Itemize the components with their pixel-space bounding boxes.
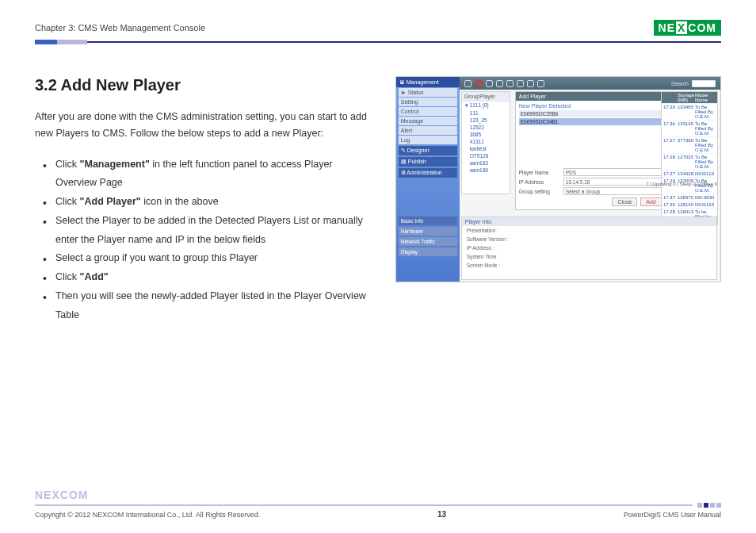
- sidebar-item-message[interactable]: Message: [399, 117, 457, 125]
- tree-node[interactable]: 12522: [462, 124, 510, 131]
- step-5: Click "Add": [46, 268, 376, 287]
- page-number: 13: [437, 510, 446, 519]
- search-label: Search: [671, 81, 689, 86]
- toolbar-icon-6[interactable]: [517, 80, 524, 87]
- table-row[interactable]: 17:27134928NDiS110: [662, 170, 717, 177]
- tree-node[interactable]: sam188: [462, 167, 510, 174]
- info-row: IP Address :: [462, 243, 716, 252]
- sidebar-item-setting[interactable]: Setting: [399, 98, 457, 106]
- header-rule: [35, 40, 721, 44]
- player-overview-table: Storage (MB)Model Name 17:29133485To Be …: [661, 91, 718, 225]
- group-select[interactable]: Select a Group: [563, 187, 662, 195]
- info-row: Screen Mode :: [462, 261, 716, 270]
- info-row: Presentation :: [462, 226, 716, 235]
- copyright: Copyright © 2012 NEXCOM International Co…: [35, 511, 260, 519]
- tree-header: GroupPlayer: [462, 92, 510, 102]
- section-intro: After you are done with the CMS administ…: [35, 109, 376, 143]
- sidebar-header-management[interactable]: 🖥 Management: [396, 77, 460, 87]
- tree-node[interactable]: karltest: [462, 145, 510, 152]
- step-1: Click "Management" in the left function …: [46, 155, 376, 194]
- toolbar-icon-4[interactable]: [496, 80, 503, 87]
- sidebar-item-log[interactable]: Log: [399, 136, 457, 144]
- logo-right: COM: [688, 21, 716, 34]
- sidebar-item-status[interactable]: ► Status: [399, 88, 457, 97]
- detected-label: New Player Detected: [516, 101, 665, 109]
- toolbar-icon-1[interactable]: [464, 80, 472, 87]
- tab-network[interactable]: Network Traffic: [399, 237, 457, 246]
- step-list: Click "Management" in the left function …: [35, 155, 376, 325]
- player-info-title: Player Info: [462, 217, 716, 226]
- add-player-dialog: Add Player New Player Detected E0699SDC3…: [515, 91, 666, 210]
- add-player-icon[interactable]: [475, 79, 483, 87]
- table-row[interactable]: 17:29133485To Be Filled By O.E.M.: [662, 103, 717, 120]
- info-row: Software Version :: [462, 235, 716, 243]
- toolbar-icon-7[interactable]: [527, 80, 534, 87]
- table-row[interactable]: 17:37128375MS-9830: [662, 194, 717, 201]
- tree-node[interactable]: 3085: [462, 131, 510, 138]
- footer-logo: NEXCOM: [35, 489, 721, 501]
- ip-label: IP Address: [519, 179, 560, 185]
- logo-x: X: [676, 21, 687, 34]
- add-button[interactable]: Add: [640, 197, 661, 206]
- step-3: Select the Player to be added in the Det…: [46, 212, 376, 250]
- chapter-label: Chapter 3: CMS Web Management Console: [35, 23, 205, 33]
- tab-display[interactable]: Display: [399, 247, 457, 256]
- dialog-title: Add Player: [516, 92, 665, 101]
- tree-node[interactable]: 123_25: [462, 117, 510, 124]
- section-title: 3.2 Add New Player: [35, 76, 376, 94]
- detected-row-selected[interactable]: E0699SDC34B1: [519, 118, 662, 125]
- table-row[interactable]: 17:36133145To Be Filled By O.E.M.: [662, 120, 717, 136]
- toolbar-icon-3[interactable]: [486, 80, 493, 87]
- info-row: System Time :: [462, 252, 716, 261]
- app-screenshot: 🖥 Management ► Status Setting Control Me…: [395, 76, 721, 282]
- sidebar-item-control[interactable]: Control: [399, 107, 457, 116]
- status-summary: 7 | Updating 0 | Sleep 2 | Offline 0: [646, 182, 717, 186]
- table-row[interactable]: 17:27277360To Be Filled By O.E.M.: [662, 136, 717, 153]
- player-info-panel: Player Info Presentation : Software Vers…: [461, 217, 717, 280]
- toolbar-icon-8[interactable]: [537, 80, 544, 87]
- sidebar-section-admin[interactable]: ⚙ Administration: [399, 168, 457, 178]
- table-row[interactable]: 17:28127025To Be Filled By O.E.M.: [662, 153, 717, 170]
- step-4: Select a group if you want to group this…: [46, 249, 376, 268]
- toolbar-icon-5[interactable]: [506, 80, 514, 87]
- logo-left: NE: [659, 21, 675, 34]
- brand-logo: NEXCOM: [654, 20, 721, 36]
- step-6: Then you will see the newly-added Player…: [46, 287, 376, 325]
- sidebar-item-alert[interactable]: Alert: [399, 126, 457, 135]
- step-2: Click "Add Player" icon in the above: [46, 193, 376, 212]
- table-row[interactable]: 17:26128140NDiS163: [662, 201, 717, 208]
- tab-basic-info[interactable]: Basic Info: [399, 217, 457, 225]
- tree-root[interactable]: ▾ 1111 (0): [462, 102, 510, 109]
- tree-node[interactable]: 41311: [462, 138, 510, 145]
- player-name-label: Player Name: [519, 170, 560, 175]
- tab-hardware[interactable]: Hardware: [399, 227, 457, 236]
- group-player-tree: GroupPlayer ▾ 1111 (0) 111 123_25 12522 …: [461, 91, 510, 194]
- manual-name: PowerDigiS CMS User Manual: [624, 511, 721, 519]
- sidebar-section-designer[interactable]: ✎ Designer: [399, 146, 457, 155]
- toolbar: Search: [460, 77, 720, 90]
- tree-node[interactable]: 111: [462, 109, 510, 117]
- tree-node[interactable]: OT5128: [462, 152, 510, 159]
- tree-node[interactable]: sam163: [462, 159, 510, 167]
- close-button[interactable]: Close: [612, 197, 637, 206]
- detected-row[interactable]: E0699SDC35B6: [519, 110, 662, 117]
- player-name-input[interactable]: PDS: [563, 168, 662, 176]
- sidebar-section-publish[interactable]: ▤ Publish: [399, 157, 457, 167]
- group-label: Group setting: [519, 189, 560, 194]
- search-input[interactable]: [692, 80, 716, 87]
